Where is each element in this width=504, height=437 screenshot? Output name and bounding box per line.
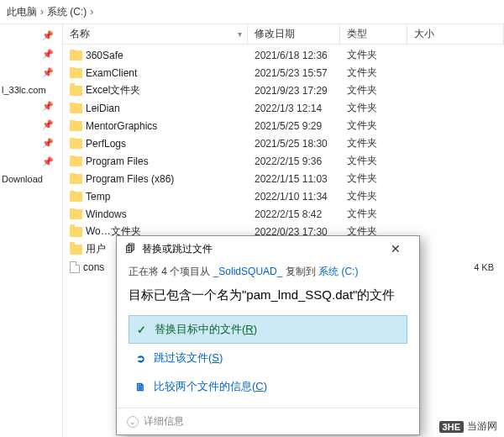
file-type: 文件夹: [340, 66, 407, 80]
folder-icon: [70, 121, 82, 131]
chevron-down-icon[interactable]: ⌄: [127, 416, 139, 428]
file-name: Program Files (x86): [86, 173, 174, 185]
dialog-title: 替换或跳过文件: [142, 242, 213, 256]
table-row[interactable]: Program Files (x86)2022/1/15 11:03文件夹: [63, 170, 504, 187]
table-row[interactable]: ExamClient2021/5/23 15:57文件夹: [63, 64, 504, 82]
file-name: ExamClient: [86, 67, 137, 79]
compare-icon: 🗎: [134, 380, 147, 393]
folder-icon: [70, 50, 82, 61]
details-label[interactable]: 详细信息: [144, 414, 184, 429]
file-name: MentorGraphics: [86, 120, 157, 132]
dialog-footer[interactable]: ⌄ 详细信息: [117, 408, 419, 434]
pin-icon[interactable]: 📌: [0, 26, 62, 45]
table-row[interactable]: PerfLogs2021/5/25 18:30文件夹: [63, 134, 504, 152]
header-date[interactable]: 修改日期: [248, 24, 340, 44]
folder-icon: [70, 68, 82, 78]
header-size[interactable]: 大小: [407, 24, 504, 44]
file-name: Windows: [86, 208, 127, 220]
file-name: cons: [83, 261, 104, 273]
folder-icon: [70, 156, 82, 166]
file-name: 用户: [86, 242, 106, 256]
file-type: 文件夹: [340, 189, 407, 203]
file-type: 文件夹: [340, 48, 407, 62]
folder-icon: [70, 86, 82, 96]
file-size: 4 KB: [407, 262, 504, 272]
folder-icon: [70, 245, 82, 255]
file-date: 2022/1/3 12:14: [248, 103, 340, 114]
source-link[interactable]: _SolidSQUAD_: [213, 266, 283, 277]
file-type: 文件夹: [340, 171, 407, 186]
dialog-titlebar[interactable]: 🗐 替换或跳过文件 ✕: [117, 236, 419, 261]
option-replace[interactable]: ✓ 替换目标中的文件(R): [129, 315, 407, 344]
replace-skip-dialog: 🗐 替换或跳过文件 ✕ 正在将 4 个项目从 _SolidSQUAD_ 复制到 …: [116, 235, 420, 435]
file-date: 2022/1/15 11:03: [248, 173, 340, 185]
chevron-right-icon: ›: [39, 6, 45, 18]
pin-icon[interactable]: 📌: [0, 115, 62, 134]
dest-link[interactable]: 系统 (C:): [318, 266, 358, 277]
sidebar-item[interactable]: Download: [0, 171, 62, 186]
option-compare[interactable]: 🗎 比较两个文件的信息(C): [129, 372, 407, 401]
table-row[interactable]: LeiDian2022/1/3 12:14文件夹: [63, 99, 504, 117]
folder-icon: [70, 209, 82, 219]
pin-icon[interactable]: 📌: [0, 134, 62, 152]
folder-icon: [70, 192, 82, 202]
file-date: 2022/1/10 11:34: [248, 191, 340, 203]
folder-icon: [70, 139, 82, 149]
folder-icon: [70, 227, 82, 237]
file-date: 2021/5/25 9:29: [248, 120, 340, 132]
file-name: Excel文件夹: [86, 83, 140, 97]
pin-icon[interactable]: 📌: [0, 152, 62, 171]
table-row[interactable]: Temp2022/1/10 11:34文件夹: [63, 187, 504, 205]
column-headers: 名称 ▾ 修改日期 类型 大小: [63, 24, 504, 45]
table-row[interactable]: Excel文件夹2021/9/23 17:29文件夹: [63, 82, 504, 99]
table-row[interactable]: Program Files2022/2/15 9:36文件夹: [63, 152, 504, 170]
file-type: 文件夹: [340, 136, 407, 150]
header-type[interactable]: 类型: [340, 24, 407, 44]
file-type: 文件夹: [340, 207, 407, 221]
nav-sidebar: 📌 📌 📌 l_33lc.com 📌 📌 📌 📌 Download: [0, 24, 63, 437]
file-name: PerfLogs: [86, 138, 126, 150]
dialog-status: 正在将 4 个项目从 _SolidSQUAD_ 复制到 系统 (C:): [129, 265, 407, 279]
copy-icon: 🗐: [123, 242, 137, 255]
sidebar-item[interactable]: l_33lc.com: [0, 82, 62, 97]
file-date: 2021/5/25 18:30: [248, 138, 340, 150]
file-date: 2022/2/15 8:42: [248, 208, 340, 220]
watermark-logo: 3HE: [439, 421, 464, 433]
pin-icon[interactable]: 📌: [0, 45, 62, 63]
file-name: Temp: [86, 191, 110, 203]
file-type: 文件夹: [340, 83, 407, 97]
file-icon: [70, 261, 80, 273]
dialog-message: 目标已包含一个名为"pam_lmd_SSQ.dat"的文件: [129, 287, 407, 303]
table-row[interactable]: Windows2022/2/15 8:42文件夹: [63, 205, 504, 223]
file-type: 文件夹: [340, 118, 407, 133]
check-icon: ✓: [134, 323, 148, 336]
file-type: 文件夹: [340, 101, 407, 115]
file-name: Program Files: [86, 155, 149, 167]
watermark: 3HE 当游网: [439, 419, 497, 434]
breadcrumb[interactable]: 此电脑 › 系统 (C:) ›: [0, 0, 504, 24]
breadcrumb-drive[interactable]: 系统 (C:): [45, 5, 88, 19]
file-date: 2022/2/15 9:36: [248, 155, 340, 167]
chevron-right-icon: ›: [88, 6, 95, 18]
table-row[interactable]: MentorGraphics2021/5/25 9:29文件夹: [63, 117, 504, 134]
pin-icon[interactable]: 📌: [0, 63, 62, 82]
breadcrumb-root[interactable]: 此电脑: [5, 5, 39, 19]
folder-icon: [70, 103, 82, 113]
file-date: 2021/9/23 17:29: [248, 85, 340, 97]
file-date: 2021/5/23 15:57: [248, 67, 340, 79]
watermark-text: 当游网: [467, 419, 497, 434]
file-type: 文件夹: [340, 154, 407, 168]
option-skip[interactable]: ➲ 跳过该文件(S): [129, 344, 407, 372]
header-name[interactable]: 名称 ▾: [63, 24, 248, 44]
file-name: LeiDian: [86, 103, 120, 114]
close-button[interactable]: ✕: [379, 237, 412, 261]
pin-icon[interactable]: 📌: [0, 97, 62, 115]
table-row[interactable]: 360Safe2021/6/18 12:36文件夹: [63, 46, 504, 64]
file-date: 2021/6/18 12:36: [248, 50, 340, 61]
sort-indicator-icon: ▾: [238, 29, 242, 39]
file-name: 360Safe: [86, 50, 123, 61]
folder-icon: [70, 174, 82, 184]
skip-icon: ➲: [134, 351, 147, 365]
